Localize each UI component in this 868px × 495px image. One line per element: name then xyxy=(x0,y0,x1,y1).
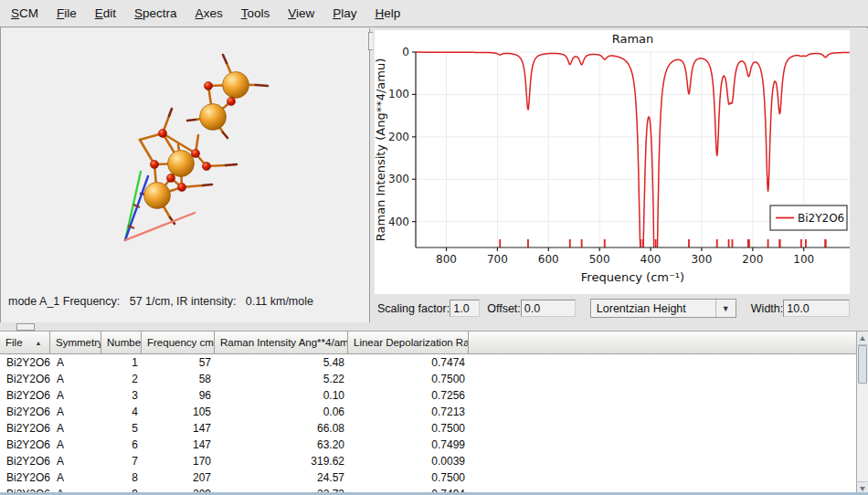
table-cell: 58 xyxy=(142,373,215,385)
column-header-file[interactable]: File▲ xyxy=(0,332,50,354)
table-row[interactable]: Bi2Y2O6A7170319.620.0039 xyxy=(0,453,868,469)
menu-tools[interactable]: Tools xyxy=(232,1,280,26)
chevron-down-icon[interactable]: ▼ xyxy=(715,300,736,317)
svg-text:800: 800 xyxy=(436,253,457,266)
svg-text:Bi2Y2O6: Bi2Y2O6 xyxy=(798,212,844,225)
table-row[interactable]: Bi2Y2O6A41050.060.7213 xyxy=(0,404,868,420)
table-cell: A xyxy=(50,373,101,385)
table-row[interactable]: Bi2Y2O6A614763.200.7499 xyxy=(0,437,868,453)
table-cell: A xyxy=(50,455,101,468)
width-label: Width: xyxy=(751,302,783,315)
svg-text:200: 200 xyxy=(742,253,763,266)
svg-text:400: 400 xyxy=(388,216,409,228)
menu-bar: SCMFileEditSpectraAxesToolsViewPlayHelp xyxy=(0,0,868,27)
table-cell: 5.48 xyxy=(215,356,348,369)
column-header-raman-intensity-ang-4-amu[interactable]: Raman Intensity Ang**4/amu xyxy=(215,332,348,354)
column-header-symmetry[interactable]: Symmetry xyxy=(50,332,101,354)
scaling-factor-input[interactable] xyxy=(450,300,480,317)
menu-spectra[interactable]: Spectra xyxy=(125,1,186,26)
scrollbar-thumb[interactable] xyxy=(858,345,867,384)
molecule-viewer-panel: mode A_1 Frequency: 57 1/cm, IR intensit… xyxy=(1,28,370,322)
svg-text:200: 200 xyxy=(388,131,409,143)
table-cell: 0.0039 xyxy=(348,455,469,468)
modes-table: File▲SymmetryNumberFrequency cm⁻¹Raman I… xyxy=(0,331,868,495)
menu-view[interactable]: View xyxy=(279,1,323,26)
table-body: Bi2Y2O6A1575.480.7474Bi2Y2O6A2585.220.75… xyxy=(0,354,868,495)
table-cell: A xyxy=(50,356,101,369)
horizontal-splitter[interactable] xyxy=(0,322,868,331)
lineshape-select[interactable]: Lorentzian Height ▼ xyxy=(590,299,736,318)
svg-text:Raman: Raman xyxy=(612,32,654,46)
scroll-up-button[interactable] xyxy=(857,332,868,345)
table-cell: 0.10 xyxy=(215,389,348,402)
table-cell: 147 xyxy=(142,438,215,451)
table-scrollbar[interactable] xyxy=(856,332,868,495)
table-cell: 0.7500 xyxy=(348,373,469,385)
table-cell: 5 xyxy=(101,422,142,435)
menu-edit[interactable]: Edit xyxy=(86,1,125,26)
svg-text:Raman Intensity (Ang**4/amu): Raman Intensity (Ang**4/amu) xyxy=(374,58,387,241)
spectrum-panel: 8007006005004003002001000100200300400Ram… xyxy=(373,28,868,322)
table-cell: 5.22 xyxy=(215,373,348,385)
table-cell: A xyxy=(50,405,101,418)
table-cell: Bi2Y2O6 xyxy=(0,422,50,435)
table-cell: 66.08 xyxy=(215,422,348,435)
column-header-frequency-cm-[interactable]: Frequency cm⁻¹ xyxy=(142,332,215,354)
menu-play[interactable]: Play xyxy=(323,1,365,26)
svg-text:0: 0 xyxy=(402,46,409,58)
table-cell: Bi2Y2O6 xyxy=(0,438,50,451)
table-row[interactable]: Bi2Y2O6A2585.220.7500 xyxy=(0,371,868,387)
table-cell: 207 xyxy=(142,471,215,484)
table-cell: Bi2Y2O6 xyxy=(0,356,50,369)
molecule-3d-view[interactable] xyxy=(1,28,370,291)
svg-text:300: 300 xyxy=(388,173,409,185)
svg-text:700: 700 xyxy=(487,253,508,266)
menu-axes[interactable]: Axes xyxy=(186,1,232,26)
table-cell: 24.57 xyxy=(215,471,348,484)
column-header-linear-depolarization-ratio[interactable]: Linear Depolarization Ratio xyxy=(348,332,469,354)
svg-text:100: 100 xyxy=(793,253,814,266)
table-cell: 0.06 xyxy=(215,405,348,418)
table-cell: 2 xyxy=(101,373,142,385)
column-header-filler xyxy=(469,332,868,354)
table-cell: 105 xyxy=(142,405,215,418)
table-cell: Bi2Y2O6 xyxy=(0,405,50,418)
table-row[interactable]: Bi2Y2O6A3960.100.7256 xyxy=(0,387,868,404)
table-cell: 7 xyxy=(101,455,142,468)
table-row[interactable]: Bi2Y2O6A1575.480.7474 xyxy=(0,354,868,371)
menu-file[interactable]: File xyxy=(48,1,86,26)
table-cell: Bi2Y2O6 xyxy=(0,471,50,484)
offset-label: Offset: xyxy=(487,302,521,315)
svg-text:600: 600 xyxy=(538,253,559,266)
offset-input[interactable] xyxy=(521,300,576,317)
table-cell: 0.7500 xyxy=(348,471,469,484)
column-header-number[interactable]: Number xyxy=(101,332,142,354)
table-cell: A xyxy=(50,422,101,435)
table-cell: 0.7499 xyxy=(348,438,469,451)
plot-toolbar: Scaling factor: Offset: Lorentzian Heigh… xyxy=(373,294,868,322)
svg-text:Frequency (cm⁻¹): Frequency (cm⁻¹) xyxy=(581,270,684,284)
table-cell: Bi2Y2O6 xyxy=(0,389,50,402)
table-cell: 3 xyxy=(101,389,142,402)
menu-help[interactable]: Help xyxy=(365,1,409,26)
svg-text:400: 400 xyxy=(640,253,662,266)
mode-status-text: mode A_1 Frequency: 57 1/cm, IR intensit… xyxy=(8,295,313,311)
lineshape-selected-value: Lorentzian Height xyxy=(591,302,715,315)
table-cell: A xyxy=(50,389,101,402)
peak-width-input[interactable] xyxy=(783,300,850,317)
table-row[interactable]: Bi2Y2O6A514766.080.7500 xyxy=(0,420,868,437)
table-cell: A xyxy=(50,438,101,451)
raman-spectrum-plot[interactable]: 8007006005004003002001000100200300400Ram… xyxy=(373,28,868,294)
table-cell: 57 xyxy=(142,356,215,369)
svg-text:300: 300 xyxy=(691,253,712,266)
table-cell: 170 xyxy=(142,455,215,468)
horizontal-splitter-handle[interactable] xyxy=(16,323,35,331)
table-row[interactable]: Bi2Y2O6A820724.570.7500 xyxy=(0,469,868,486)
table-cell: 0.7213 xyxy=(348,405,469,418)
svg-text:100: 100 xyxy=(388,88,409,100)
table-cell: 4 xyxy=(101,405,142,418)
svg-text:500: 500 xyxy=(589,253,610,266)
table-header-row: File▲SymmetryNumberFrequency cm⁻¹Raman I… xyxy=(0,332,868,354)
scroll-down-icon xyxy=(860,487,865,491)
menu-scm[interactable]: SCM xyxy=(2,1,48,26)
